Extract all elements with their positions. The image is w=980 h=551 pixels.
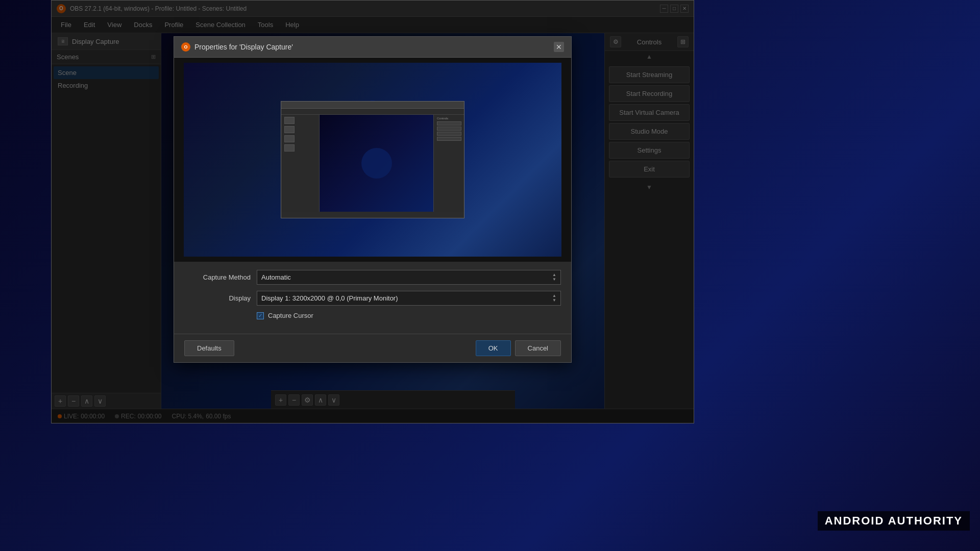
capture-cursor-checkbox[interactable]: ✓ bbox=[257, 312, 264, 319]
capture-method-dropdown[interactable]: Automatic ▲ ▼ bbox=[257, 270, 561, 285]
mini-obs-preview bbox=[320, 115, 433, 212]
dialog-footer-right: OK Cancel bbox=[476, 340, 561, 356]
defaults-button[interactable]: Defaults bbox=[184, 340, 234, 356]
cancel-button[interactable]: Cancel bbox=[515, 340, 561, 356]
dialog-overlay: O Properties for 'Display Capture' ✕ bbox=[52, 1, 694, 423]
display-label: Display bbox=[184, 294, 251, 302]
watermark-brand: ANDROID AUTHORITY bbox=[825, 514, 963, 528]
capture-method-row: Capture Method Automatic ▲ ▼ bbox=[184, 270, 561, 285]
obs-window: O OBS 27.2.1 (64-bit, windows) - Profile… bbox=[51, 0, 694, 423]
dialog-title-container: O Properties for 'Display Capture' bbox=[181, 42, 293, 52]
capture-method-arrows: ▲ ▼ bbox=[552, 273, 556, 282]
dialog-close-button[interactable]: ✕ bbox=[554, 42, 564, 52]
mini-obs-left bbox=[281, 115, 320, 212]
mini-obs-controls: Controls bbox=[433, 115, 464, 212]
capture-cursor-label: Capture Cursor bbox=[268, 312, 313, 319]
properties-dialog: O Properties for 'Display Capture' ✕ bbox=[174, 36, 572, 363]
capture-method-label: Capture Method bbox=[184, 273, 251, 281]
mini-obs-body: Controls bbox=[281, 115, 464, 212]
watermark: ANDROID AUTHORITY bbox=[818, 511, 970, 531]
dialog-titlebar: O Properties for 'Display Capture' ✕ bbox=[174, 37, 571, 58]
dialog-settings: Capture Method Automatic ▲ ▼ Display Dis… bbox=[174, 262, 571, 334]
display-row: Display Display 1: 3200x2000 @ 0,0 (Prim… bbox=[184, 291, 561, 306]
dialog-preview-inner: Controls bbox=[184, 63, 561, 257]
dialog-preview: Controls bbox=[174, 58, 571, 262]
display-dropdown[interactable]: Display 1: 3200x2000 @ 0,0 (Primary Moni… bbox=[257, 291, 561, 306]
ok-button[interactable]: OK bbox=[476, 340, 511, 356]
mini-obs-window: Controls bbox=[281, 101, 464, 218]
display-arrows: ▲ ▼ bbox=[552, 294, 556, 303]
mini-obs-menu bbox=[281, 109, 464, 115]
dialog-footer: Defaults OK Cancel bbox=[174, 334, 571, 362]
capture-cursor-row: ✓ Capture Cursor bbox=[184, 312, 561, 319]
dialog-title-text: Properties for 'Display Capture' bbox=[194, 43, 293, 51]
mini-obs-titlebar bbox=[281, 102, 464, 109]
capture-method-value: Automatic bbox=[261, 273, 548, 281]
display-value: Display 1: 3200x2000 @ 0,0 (Primary Moni… bbox=[261, 294, 548, 302]
dialog-obs-icon: O bbox=[181, 42, 190, 52]
